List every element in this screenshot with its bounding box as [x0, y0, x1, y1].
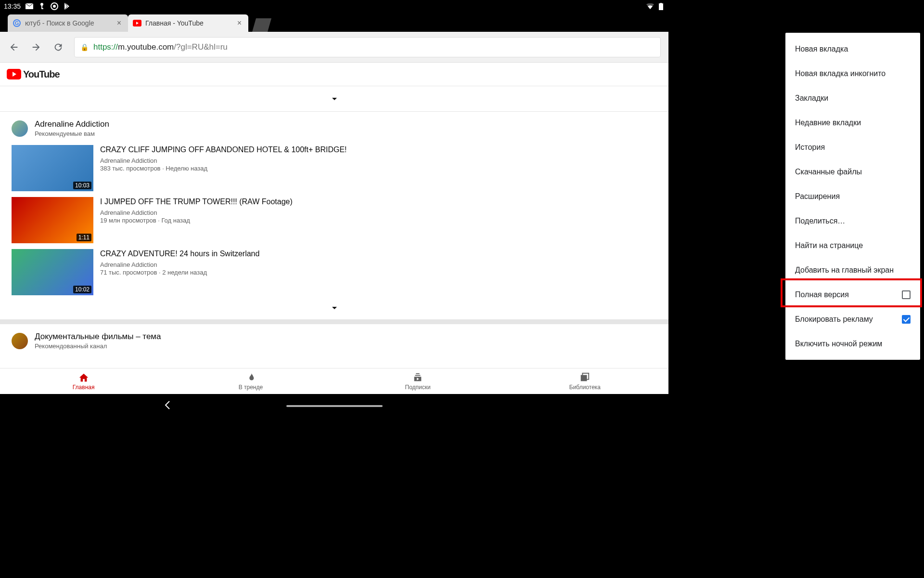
address-bar[interactable]: 🔒 https://m.youtube.com/?gl=RU&hl=ru [74, 37, 661, 57]
video-duration: 1:11 [77, 234, 91, 241]
youtube-logo-text: YouTube [23, 69, 60, 80]
nav-library[interactable]: Библиотека [501, 368, 668, 394]
youtube-play-icon [7, 69, 21, 79]
subscriptions-icon [412, 372, 423, 383]
chevron-down-icon [329, 302, 340, 314]
key-icon [38, 2, 46, 10]
video-meta: 383 тыс. просмотров · Неделю назад [100, 165, 347, 172]
nav-trending[interactable]: В тренде [167, 368, 334, 394]
video-meta: 19 млн просмотров · Год назад [100, 217, 293, 224]
video-thumbnail: 10:03 [12, 145, 93, 191]
page-content: YouTube Adrenaline Addiction Рекомендуем… [0, 63, 668, 368]
section-divider [0, 319, 668, 324]
wifi-icon [646, 2, 654, 10]
video-channel: Adrenaline Addiction [100, 157, 347, 164]
svg-rect-7 [660, 3, 662, 4]
channel-subtitle: Рекомендуемые вам [35, 130, 109, 137]
video-channel: Adrenaline Addiction [100, 209, 293, 216]
nav-label: Библиотека [569, 384, 601, 391]
channel-name: Adrenaline Addiction [35, 119, 109, 129]
url-host: m.youtube.com [118, 42, 174, 52]
battery-icon [657, 2, 665, 10]
channel-subtitle: Рекомендованный канал [35, 342, 161, 350]
expand-bar[interactable] [0, 298, 668, 317]
status-time: 13:35 [4, 2, 21, 10]
nav-subscriptions[interactable]: Подписки [334, 368, 501, 394]
video-item[interactable]: 10:02 CRAZY ADVENTURE! 24 hours in Switz… [0, 246, 668, 298]
expand-bar[interactable] [0, 86, 668, 112]
chevron-down-icon [329, 93, 340, 105]
browser-tab[interactable]: Главная - YouTube × [128, 14, 248, 32]
svg-rect-6 [659, 3, 663, 10]
nav-label: Подписки [405, 384, 431, 391]
video-duration: 10:02 [73, 286, 91, 293]
video-channel: Adrenaline Addiction [100, 261, 259, 268]
trending-icon [245, 372, 256, 383]
youtube-bottom-nav: Главная В тренде Подписки Библиотека [0, 368, 668, 394]
gmail-icon [26, 2, 33, 10]
channel-name: Документальные фильмы – тема [35, 332, 161, 342]
channel-header[interactable]: Adrenaline Addiction Рекомендуемые вам [0, 112, 668, 142]
url-path: /?gl=RU&hl=ru [174, 42, 228, 52]
svg-rect-13 [416, 373, 419, 374]
video-title: I JUMPED OFF THE TRUMP TOWER!!! (RAW Foo… [100, 197, 293, 207]
nav-home[interactable]: Главная [0, 368, 167, 394]
channel-header[interactable]: Документальные фильмы – тема Рекомендова… [0, 324, 668, 355]
youtube-logo[interactable]: YouTube [7, 69, 60, 80]
lock-icon: 🔒 [80, 43, 89, 51]
youtube-favicon-icon [133, 19, 141, 27]
android-status-bar: 13:35 [0, 0, 668, 13]
back-button[interactable] [8, 41, 20, 53]
svg-rect-3 [41, 8, 43, 9]
video-title: CRAZY CLIFF JUMPING OFF ABANDONED HOTEL … [100, 145, 347, 155]
android-nav-bar [0, 394, 668, 418]
android-home-pill[interactable] [286, 405, 383, 407]
svg-rect-14 [581, 375, 587, 381]
video-meta: 71 тыс. просмотров · 2 недели назад [100, 269, 259, 276]
video-thumbnail: 10:02 [12, 249, 93, 295]
video-thumbnail: 1:11 [12, 197, 93, 243]
nav-label: В тренде [239, 384, 263, 391]
chrome-icon [51, 2, 58, 10]
svg-text:G: G [15, 20, 19, 26]
home-icon [78, 372, 89, 383]
tab-close-icon[interactable]: × [115, 19, 123, 27]
google-favicon-icon: G [13, 19, 21, 27]
forward-button[interactable] [30, 41, 42, 53]
channel-avatar [12, 120, 28, 137]
browser-toolbar: 🔒 https://m.youtube.com/?gl=RU&hl=ru [0, 32, 668, 63]
url-scheme: https:// [93, 42, 118, 52]
video-duration: 10:03 [73, 182, 91, 189]
browser-tab-strip: G ютуб - Поиск в Google × Главная - YouT… [0, 13, 668, 32]
library-icon [579, 372, 590, 383]
new-tab-button[interactable] [252, 18, 271, 32]
svg-rect-12 [415, 375, 421, 376]
tab-title: Главная - YouTube [145, 19, 235, 27]
svg-point-5 [53, 5, 56, 8]
channel-avatar [12, 333, 28, 349]
browser-tab[interactable]: G ютуб - Поиск в Google × [8, 14, 128, 32]
tab-title: ютуб - Поиск в Google [25, 19, 115, 27]
video-item[interactable]: 1:11 I JUMPED OFF THE TRUMP TOWER!!! (RA… [0, 194, 668, 246]
tab-close-icon[interactable]: × [235, 19, 244, 27]
youtube-header: YouTube [0, 63, 668, 86]
play-icon [63, 2, 71, 10]
android-back-button[interactable] [164, 400, 171, 412]
video-title: CRAZY ADVENTURE! 24 hours in Switzerland [100, 249, 259, 259]
reload-button[interactable] [52, 41, 64, 53]
video-item[interactable]: 10:03 CRAZY CLIFF JUMPING OFF ABANDONED … [0, 142, 668, 194]
nav-label: Главная [73, 384, 95, 391]
